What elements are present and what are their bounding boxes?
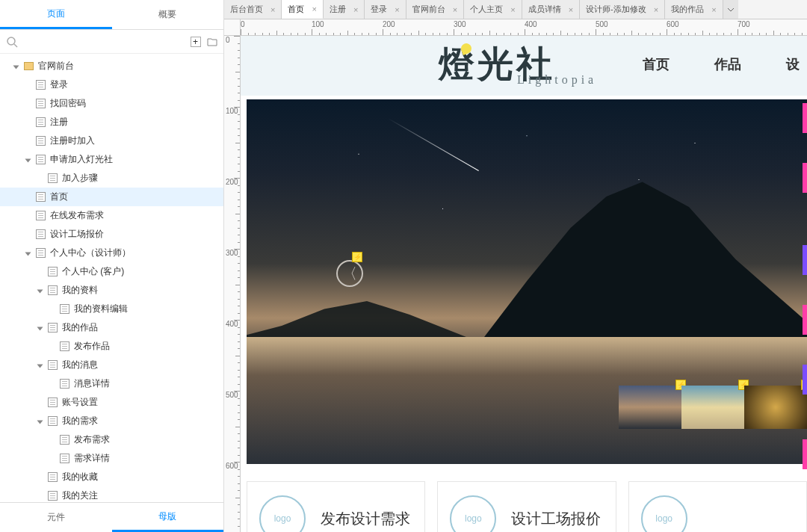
tree-item[interactable]: 官网前台 xyxy=(0,57,223,75)
close-tab-icon[interactable]: × xyxy=(711,5,716,14)
page-icon xyxy=(48,360,58,370)
tabs-overflow-icon[interactable] xyxy=(723,0,738,19)
tree-item[interactable]: 发布需求 xyxy=(0,430,223,449)
ruler-label: 700 xyxy=(738,20,750,28)
tree-item[interactable]: 我的资料编辑 xyxy=(0,300,223,318)
master-marker[interactable] xyxy=(803,103,807,133)
card-logo-circle: logo xyxy=(641,495,687,532)
close-tab-icon[interactable]: × xyxy=(453,5,457,14)
document-tab[interactable]: 设计师-添加修改× xyxy=(580,0,665,19)
ruler-label: 500 xyxy=(596,20,608,28)
carousel-thumb-1[interactable] xyxy=(619,386,681,429)
tree-item[interactable]: 我的需求 xyxy=(0,412,223,430)
add-folder-icon[interactable] xyxy=(207,37,217,47)
feature-card[interactable]: logo xyxy=(628,481,807,532)
page-icon xyxy=(36,248,46,258)
master-marker[interactable] xyxy=(803,365,807,395)
carousel-thumbnails xyxy=(619,386,807,429)
twisty-icon[interactable] xyxy=(25,250,33,257)
horizontal-ruler[interactable]: 01002003004005006007008009001000 xyxy=(241,19,807,36)
tree-item[interactable]: 加入步骤 xyxy=(0,169,223,188)
twisty-icon[interactable] xyxy=(13,63,21,70)
tree-item[interactable]: 我的关注 xyxy=(0,486,223,502)
master-marker[interactable] xyxy=(803,245,807,275)
tree-item-label: 个人中心（设计师） xyxy=(50,247,131,259)
master-marker[interactable] xyxy=(803,439,807,469)
tree-item[interactable]: 在线发布需求 xyxy=(0,206,223,225)
ruler-label: 400 xyxy=(525,20,537,28)
carousel-thumb-2[interactable] xyxy=(681,386,744,429)
feature-card[interactable]: logo发布设计需求 xyxy=(247,481,425,532)
page-icon xyxy=(36,211,46,220)
document-tab-label: 登录 xyxy=(371,4,387,15)
tree-item[interactable]: 需求详情 xyxy=(0,449,223,468)
twisty-icon[interactable] xyxy=(37,287,45,294)
tree-item[interactable]: 个人中心 (客户) xyxy=(0,262,223,281)
nav-link[interactable]: 作品 xyxy=(714,55,741,73)
tree-item[interactable]: 发布作品 xyxy=(0,337,223,356)
tree-item-label: 我的需求 xyxy=(62,415,98,427)
tree-item[interactable]: 申请加入灯光社 xyxy=(0,150,223,169)
tab-pages[interactable]: 页面 xyxy=(0,0,112,29)
document-tab[interactable]: 我的作品× xyxy=(665,0,723,19)
ruler-label: 600 xyxy=(226,462,238,470)
tree-item[interactable]: 我的资料 xyxy=(0,281,223,300)
tree-item-label: 需求详情 xyxy=(74,452,110,465)
add-page-icon[interactable]: + xyxy=(191,37,201,47)
close-tab-icon[interactable]: × xyxy=(654,5,658,14)
carousel-prev-button[interactable]: 〈 xyxy=(336,260,363,287)
tree-item[interactable]: 注册时加入 xyxy=(0,132,223,150)
card-logo-circle: logo xyxy=(450,495,496,532)
tree-item[interactable]: 消息详情 xyxy=(0,374,223,393)
close-tab-icon[interactable]: × xyxy=(270,5,275,14)
close-tab-icon[interactable]: × xyxy=(353,5,358,14)
close-tab-icon[interactable]: × xyxy=(312,4,316,13)
tab-overview[interactable]: 概要 xyxy=(112,0,224,29)
document-tab[interactable]: 登录× xyxy=(365,0,406,19)
tree-item[interactable]: 账号设置 xyxy=(0,393,223,412)
page-icon xyxy=(36,80,46,90)
document-tab[interactable]: 成员详情× xyxy=(522,0,580,19)
dynamic-panel-icon[interactable] xyxy=(352,252,362,262)
ruler-label: 100 xyxy=(312,20,324,28)
tree-item[interactable]: 我的作品 xyxy=(0,318,223,337)
search-row: + xyxy=(0,30,223,54)
nav-link[interactable]: 首页 xyxy=(643,55,670,73)
master-marker[interactable] xyxy=(803,305,807,335)
tree-item[interactable]: 我的收藏 xyxy=(0,468,223,486)
ruler-label: 0 xyxy=(241,20,245,28)
tree-item[interactable]: 我的消息 xyxy=(0,356,223,374)
nav-link[interactable]: 设 xyxy=(786,55,800,73)
document-tab-label: 个人主页 xyxy=(470,4,503,15)
tree-item[interactable]: 个人中心（设计师） xyxy=(0,244,223,262)
close-tab-icon[interactable]: × xyxy=(395,5,399,14)
canvas[interactable]: 燈光社 Lightopia 首页作品设 〈 logo发布设计需求logo设计工场… xyxy=(241,36,807,532)
close-tab-icon[interactable]: × xyxy=(569,5,573,14)
twisty-icon[interactable] xyxy=(37,362,45,369)
twisty-icon[interactable] xyxy=(37,324,45,332)
document-tab[interactable]: 官网前台× xyxy=(406,0,464,19)
master-marker[interactable] xyxy=(803,163,807,193)
spacer xyxy=(49,380,57,388)
tree-item-label: 我的消息 xyxy=(62,359,98,371)
tree-item[interactable]: 首页 xyxy=(0,188,223,206)
feature-card[interactable]: logo设计工场报价 xyxy=(437,481,616,532)
tree-item[interactable]: 注册 xyxy=(0,113,223,132)
search-input[interactable] xyxy=(22,37,185,47)
vertical-ruler[interactable]: 0100200300400500600700 xyxy=(224,36,241,532)
tree-item[interactable]: 找回密码 xyxy=(0,94,223,113)
close-tab-icon[interactable]: × xyxy=(510,5,515,14)
carousel-thumb-3[interactable] xyxy=(744,386,807,429)
tree-item[interactable]: 设计工场报价 xyxy=(0,225,223,244)
tree-item[interactable]: 登录 xyxy=(0,75,223,94)
twisty-icon[interactable] xyxy=(25,156,33,164)
document-tab[interactable]: 首页× xyxy=(282,0,323,19)
twisty-icon[interactable] xyxy=(37,418,45,425)
tree-item-label: 我的作品 xyxy=(62,321,98,334)
tab-masters[interactable]: 母版 xyxy=(112,503,224,532)
tab-widgets[interactable]: 元件 xyxy=(0,503,112,532)
document-tab[interactable]: 后台首页× xyxy=(224,0,282,19)
document-tab[interactable]: 注册× xyxy=(324,0,365,19)
document-tab[interactable]: 个人主页× xyxy=(464,0,522,19)
card-logo-circle: logo xyxy=(259,495,306,532)
